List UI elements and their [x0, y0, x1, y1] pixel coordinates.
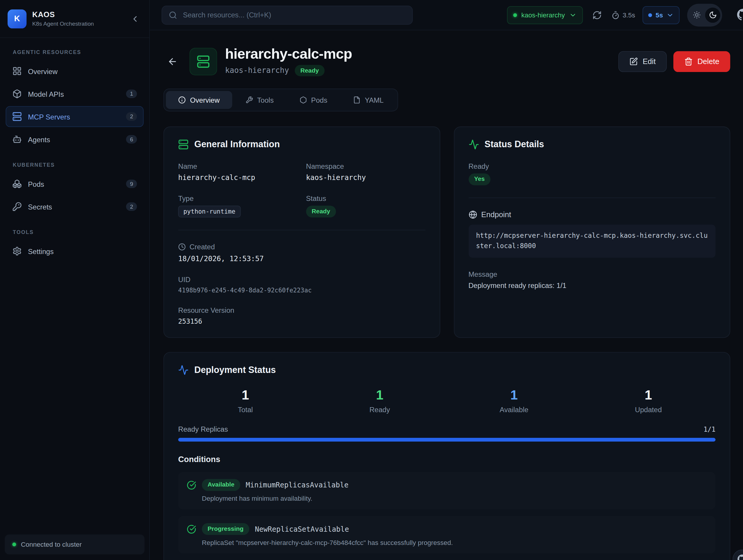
sidebar-item-secrets[interactable]: Secrets 2 [6, 196, 143, 217]
sidebar-badge: 2 [126, 113, 137, 121]
tab-bar: Overview Tools Pods [164, 89, 398, 112]
ready-label: Ready [468, 162, 715, 170]
divider [468, 198, 715, 198]
refresh-button[interactable] [591, 8, 604, 21]
poll-interval-value: 5s [656, 11, 663, 19]
check-circle-icon [187, 524, 196, 534]
wrench-icon [245, 96, 253, 104]
deployment-stats: 1 Total 1 Ready 1 Available 1 Updated [178, 388, 715, 414]
edit-button-label: Edit [643, 57, 656, 66]
endpoint-value: http://mcpserver-hierarchy-calc-mcp.kaos… [468, 225, 715, 258]
condition-type-badge: Available [202, 479, 240, 491]
sidebar-header: K KAOS K8s Agent Orchestration [0, 0, 149, 38]
chevron-down-icon [569, 11, 577, 19]
globe-icon [468, 210, 477, 219]
server-icon [12, 112, 22, 121]
edit-button[interactable]: Edit [618, 51, 666, 72]
stat-value: 1 [312, 388, 447, 403]
type-badge: python-runtime [178, 206, 241, 218]
poll-interval-selector[interactable]: 5s [643, 6, 680, 24]
condition-message: ReplicaSet "mcpserver-hierarchy-calc-mcp… [202, 539, 707, 547]
stat-value: 1 [581, 388, 715, 403]
section-label-tools: TOOLS [13, 229, 136, 235]
sidebar-badge: 2 [126, 203, 137, 211]
sidebar-item-label: Secrets [28, 203, 52, 211]
status-label: Status [306, 195, 425, 203]
activity-pulse-icon [178, 365, 188, 375]
github-icon [737, 554, 743, 560]
server-icon [178, 139, 188, 150]
activity-pulse-icon [468, 139, 479, 150]
key-icon [12, 202, 22, 211]
page-title: hierarchy-calc-mcp [225, 46, 352, 61]
tab-tools[interactable]: Tools [233, 91, 286, 109]
type-label: Type [178, 195, 298, 203]
connection-status-label: Connected to cluster [21, 541, 82, 548]
sidebar-item-overview[interactable]: Overview [6, 61, 143, 82]
condition-reason: NewReplicaSetAvailable [255, 525, 349, 533]
tab-label: YAML [365, 96, 384, 104]
sidebar-badge: 9 [126, 180, 137, 188]
tab-yaml[interactable]: YAML [341, 91, 396, 109]
pencil-square-icon [629, 57, 638, 66]
sidebar-item-label: MCP Servers [28, 113, 70, 120]
sidebar-item-pods[interactable]: Pods 9 [6, 173, 143, 195]
stat-value: 1 [178, 388, 312, 403]
stat-label: Ready [312, 406, 447, 414]
refresh-duration: 3.5s [611, 11, 635, 19]
refresh-icon [592, 10, 602, 20]
message-label: Message [468, 270, 715, 278]
connected-dot-icon [12, 543, 16, 547]
sidebar-item-label: Pods [28, 180, 44, 188]
card-title: General Information [194, 139, 280, 150]
light-theme-button[interactable] [689, 7, 704, 23]
sidebar-badge: 6 [126, 135, 137, 144]
sidebar-badge: 1 [126, 90, 137, 98]
sidebar-item-mcp-servers[interactable]: MCP Servers 2 [6, 106, 143, 127]
delete-button[interactable]: Delete [673, 51, 730, 72]
check-circle-icon [187, 480, 196, 490]
trash-icon [684, 57, 693, 66]
clock-icon [178, 243, 186, 251]
tab-label: Pods [311, 96, 327, 104]
cube-icon [12, 89, 22, 98]
stat-label: Available [447, 406, 581, 414]
sidebar-item-model-apis[interactable]: Model APIs 1 [6, 84, 143, 104]
stat-updated: 1 Updated [581, 388, 715, 414]
sidebar-item-settings[interactable]: Settings [6, 241, 143, 262]
tab-overview[interactable]: Overview [166, 91, 232, 109]
chevron-left-icon [130, 14, 140, 23]
dark-theme-button[interactable] [705, 7, 720, 23]
stat-available: 1 Available [447, 388, 581, 414]
resource-version-label: Resource Version [178, 306, 425, 314]
interval-dot-icon [649, 13, 652, 17]
section-label-agentic-resources: AGENTIC RESOURCES [13, 49, 136, 55]
chevron-down-icon [666, 11, 674, 19]
sidebar-item-agents[interactable]: Agents 6 [6, 129, 143, 150]
conditions-heading: Conditions [178, 455, 715, 464]
app-root: K KAOS K8s Agent Orchestration AGENTIC R… [0, 0, 743, 560]
main-area: kaos-hierarchy 3.5s 5s [149, 0, 743, 560]
gear-icon [12, 246, 22, 256]
back-button[interactable] [164, 52, 181, 71]
resource-version-value: 253156 [178, 318, 425, 326]
namespace-value: kaos-hierarchy [306, 173, 425, 182]
ready-replicas-value: 1/1 [703, 425, 715, 433]
boxes-icon [12, 179, 22, 188]
sidebar-collapse-button[interactable] [128, 12, 142, 26]
stat-label: Total [178, 406, 312, 414]
sidebar-item-label: Overview [28, 67, 57, 75]
page-namespace: kaos-hierarchy [225, 66, 289, 75]
status-details-card: Status Details Ready Yes Endpoint http:/… [454, 127, 730, 338]
sidebar-item-label: Model APIs [28, 90, 64, 98]
stat-label: Updated [581, 406, 715, 414]
tab-pods[interactable]: Pods [287, 91, 340, 109]
condition-row: Progressing NewReplicaSetAvailable Repli… [178, 516, 715, 554]
stat-value: 1 [447, 388, 581, 403]
name-label: Name [178, 162, 298, 170]
file-icon [353, 96, 360, 104]
card-title: Status Details [484, 139, 544, 150]
card-title: Deployment Status [194, 365, 275, 375]
search-input[interactable] [182, 10, 406, 19]
cluster-selector[interactable]: kaos-hierarchy [507, 6, 583, 24]
